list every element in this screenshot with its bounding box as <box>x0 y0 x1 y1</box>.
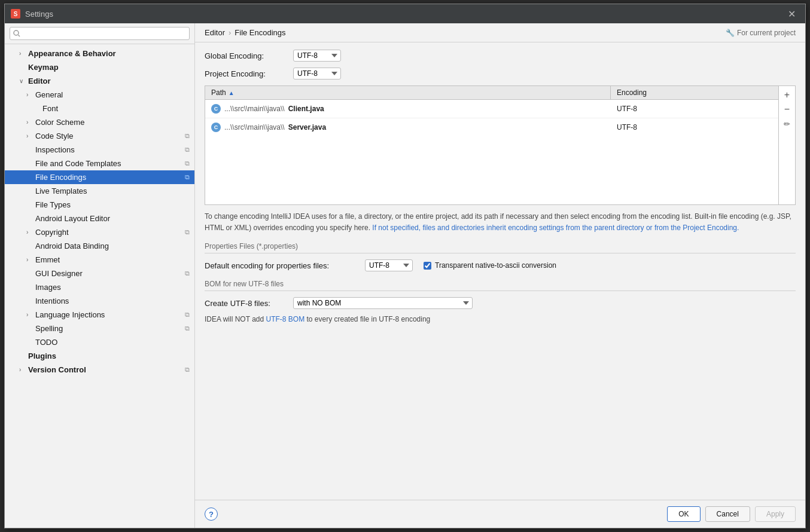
dialog-title: Settings <box>25 10 53 19</box>
bom-create-select[interactable]: with NO BOM <box>293 297 473 309</box>
app-icon: S <box>11 9 20 19</box>
project-encoding-select[interactable]: UTF-8 <box>293 68 341 80</box>
table-header: Path ▲ Encoding <box>205 86 778 100</box>
sort-icon: ▲ <box>229 90 235 96</box>
remove-button[interactable]: − <box>781 103 794 116</box>
properties-encoding-row: Default encoding for properties files: U… <box>205 259 796 271</box>
project-icon: 🔧 <box>726 29 735 37</box>
bom-note: IDEA will NOT add UTF-8 BOM to every cre… <box>205 315 796 323</box>
sidebar-item-spelling[interactable]: Spelling ⧉ <box>5 322 194 335</box>
sidebar-item-inspections[interactable]: Inspections ⧉ <box>5 143 194 157</box>
sidebar-item-todo[interactable]: TODO <box>5 335 194 349</box>
bottom-bar: ? OK Cancel Apply <box>195 500 805 528</box>
bom-section-label: BOM for new UTF-8 files <box>205 280 796 291</box>
copy-icon: ⧉ <box>185 132 190 140</box>
sidebar-item-copyright[interactable]: › Copyright ⧉ <box>5 225 194 239</box>
arrow-icon: › <box>19 366 26 373</box>
settings-dialog: S Settings ✕ › Appearance & Behavior Key… <box>4 4 806 528</box>
arrow-icon: › <box>26 133 34 139</box>
project-encoding-label: Project Encoding: <box>205 69 288 78</box>
sidebar-item-androidlayout[interactable]: Android Layout Editor <box>5 212 194 225</box>
sidebar: › Appearance & Behavior Keymap ∨ Editor … <box>5 23 195 528</box>
table-row[interactable]: C ...\\src\\main\\java\\Client.java UTF-… <box>205 100 778 118</box>
file-icon: C <box>211 104 221 114</box>
bom-link: UTF-8 BOM <box>266 315 307 323</box>
sidebar-item-fileencodings[interactable]: File Encodings ⧉ <box>5 170 194 184</box>
search-bar <box>5 23 194 44</box>
sidebar-item-codestyle[interactable]: › Code Style ⧉ <box>5 129 194 143</box>
sidebar-item-versioncontrol[interactable]: › Version Control ⧉ <box>5 363 194 377</box>
copy-icon: ⧉ <box>185 325 190 332</box>
edit-button[interactable]: ✏ <box>781 117 794 130</box>
add-button[interactable]: + <box>781 88 794 102</box>
arrow-icon: ∨ <box>19 78 26 84</box>
sidebar-item-emmet[interactable]: › Emmet <box>5 253 194 267</box>
arrow-icon: › <box>26 256 34 263</box>
copy-icon: ⧉ <box>185 228 190 236</box>
table-cell-path: C ...\\src\\main\\java\\Client.java <box>205 102 611 115</box>
table-sidebar: + − ✏ <box>778 86 795 204</box>
search-input[interactable] <box>10 27 190 40</box>
copy-icon: ⧉ <box>185 146 190 154</box>
table-cell-encoding: UTF-8 <box>611 121 778 133</box>
transparent-label: Transparent native-to-ascii conversion <box>435 261 556 270</box>
arrow-icon: › <box>26 91 34 98</box>
bom-create-row: Create UTF-8 files: with NO BOM <box>205 297 796 309</box>
table-row[interactable]: C ...\\src\\main\\java\\Server.java UTF-… <box>205 118 778 136</box>
arrow-icon: › <box>19 50 26 57</box>
sidebar-item-keymap[interactable]: Keymap <box>5 60 194 74</box>
arrow-icon: › <box>26 311 34 318</box>
global-encoding-select[interactable]: UTF-8 <box>293 50 341 62</box>
panel-body: Global Encoding: UTF-8 Project Encoding:… <box>195 42 805 500</box>
title-bar-left: S Settings <box>11 9 53 19</box>
apply-button[interactable]: Apply <box>755 506 796 522</box>
breadcrumb: Editor › File Encodings 🔧 For current pr… <box>195 23 805 42</box>
sidebar-item-editor[interactable]: ∨ Editor <box>5 74 194 88</box>
sidebar-item-general[interactable]: › General <box>5 88 194 102</box>
sidebar-item-intentions[interactable]: Intentions <box>5 294 194 308</box>
sidebar-item-font[interactable]: Font <box>5 102 194 115</box>
right-panel: Editor › File Encodings 🔧 For current pr… <box>195 23 805 528</box>
ok-button[interactable]: OK <box>667 506 700 522</box>
sidebar-item-guidesigner[interactable]: GUI Designer ⧉ <box>5 267 194 280</box>
sidebar-item-androiddatabinding[interactable]: Android Data Binding <box>5 239 194 253</box>
file-icon: C <box>211 123 221 132</box>
global-encoding-row: Global Encoding: UTF-8 <box>205 50 796 62</box>
close-button[interactable]: ✕ <box>784 7 799 21</box>
sidebar-item-livetemplates[interactable]: Live Templates <box>5 184 194 198</box>
sidebar-item-languageinjections[interactable]: › Language Injections ⧉ <box>5 308 194 322</box>
breadcrumb-current: File Encodings <box>235 28 285 37</box>
table-cell-encoding: UTF-8 <box>611 103 778 115</box>
title-bar: S Settings ✕ <box>5 4 805 23</box>
sidebar-item-appearance[interactable]: › Appearance & Behavior <box>5 47 194 60</box>
properties-encoding-select[interactable]: UTF-8 <box>365 259 413 271</box>
breadcrumb-sep: › <box>229 28 231 37</box>
default-enc-label: Default encoding for properties files: <box>205 261 360 270</box>
breadcrumb-action: 🔧 For current project <box>726 29 796 37</box>
copy-icon: ⧉ <box>185 311 190 319</box>
th-encoding[interactable]: Encoding <box>611 86 778 99</box>
copy-icon: ⧉ <box>185 160 190 167</box>
breadcrumb-parent: Editor <box>205 28 225 37</box>
sidebar-item-plugins[interactable]: Plugins <box>5 349 194 363</box>
copy-icon: ⧉ <box>185 270 190 277</box>
transparent-checkbox-row: Transparent native-to-ascii conversion <box>424 261 556 270</box>
sidebar-item-filecodetemplates[interactable]: File and Code Templates ⧉ <box>5 157 194 170</box>
sidebar-item-filetypes[interactable]: File Types <box>5 198 194 212</box>
bom-create-label: Create UTF-8 files: <box>205 299 288 308</box>
help-button[interactable]: ? <box>205 507 218 521</box>
sidebar-item-images[interactable]: Images <box>5 280 194 294</box>
global-encoding-label: Global Encoding: <box>205 51 288 60</box>
copy-icon: ⧉ <box>185 366 190 374</box>
info-link: If not specified, files and directories … <box>372 224 739 232</box>
main-content: › Appearance & Behavior Keymap ∨ Editor … <box>5 23 805 528</box>
cancel-button[interactable]: Cancel <box>705 506 750 522</box>
file-encoding-table: Path ▲ Encoding C ...\\src\\main\\jav <box>205 85 796 205</box>
table-cell-path: C ...\\src\\main\\java\\Server.java <box>205 121 611 134</box>
info-text: To change encoding IntelliJ IDEA uses fo… <box>205 211 796 234</box>
nav-tree: › Appearance & Behavior Keymap ∨ Editor … <box>5 44 194 528</box>
transparent-checkbox[interactable] <box>424 262 431 270</box>
table-main: Path ▲ Encoding C ...\\src\\main\\jav <box>205 86 778 204</box>
th-path[interactable]: Path ▲ <box>205 86 611 99</box>
sidebar-item-colorscheme[interactable]: › Color Scheme <box>5 115 194 129</box>
